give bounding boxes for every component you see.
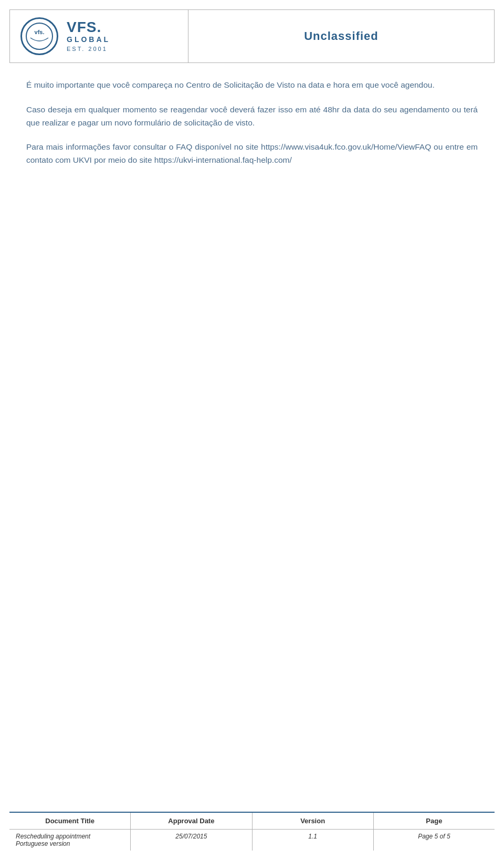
classification-section: Unclassified [188,10,494,62]
footer-approval-date: 25/07/2015 [131,830,252,851]
footer-col-page: Page [374,813,495,829]
footer-version: 1.1 [253,830,374,851]
footer-document-title: Rescheduling appointment Portuguese vers… [9,830,131,851]
footer-col-date: Approval Date [131,813,252,829]
footer-data-row: Rescheduling appointment Portuguese vers… [9,830,495,851]
paragraph-2: Caso deseja em qualquer momento se reage… [26,103,478,130]
document-content: É muito importante que você compareça no… [0,63,504,812]
svg-text:vfs.: vfs. [35,29,45,35]
classification-label: Unclassified [304,29,379,43]
document-footer: Document Title Approval Date Version Pag… [9,812,495,851]
logo-circle: vfs. [20,17,58,55]
document-header: vfs. VFS. GLOBAL EST. 2001 Unclassified [9,9,495,63]
logo-section: vfs. VFS. GLOBAL EST. 2001 [10,10,188,62]
paragraph-1: É muito importante que você compareça no… [26,79,478,92]
logo-global-label: GLOBAL [67,35,110,45]
paragraph-3: Para mais informações favor consultar o … [26,141,478,167]
footer-col-version: Version [253,813,374,829]
logo-text: VFS. GLOBAL EST. 2001 [67,20,110,53]
footer-page: Page 5 of 5 [374,830,495,851]
footer-header-row: Document Title Approval Date Version Pag… [9,813,495,830]
logo-vfs-label: VFS. [67,20,110,35]
footer-col-title: Document Title [9,813,131,829]
document-page: vfs. VFS. GLOBAL EST. 2001 Unclassified … [0,0,504,860]
logo-est-label: EST. 2001 [67,45,110,53]
svg-point-0 [26,23,52,49]
